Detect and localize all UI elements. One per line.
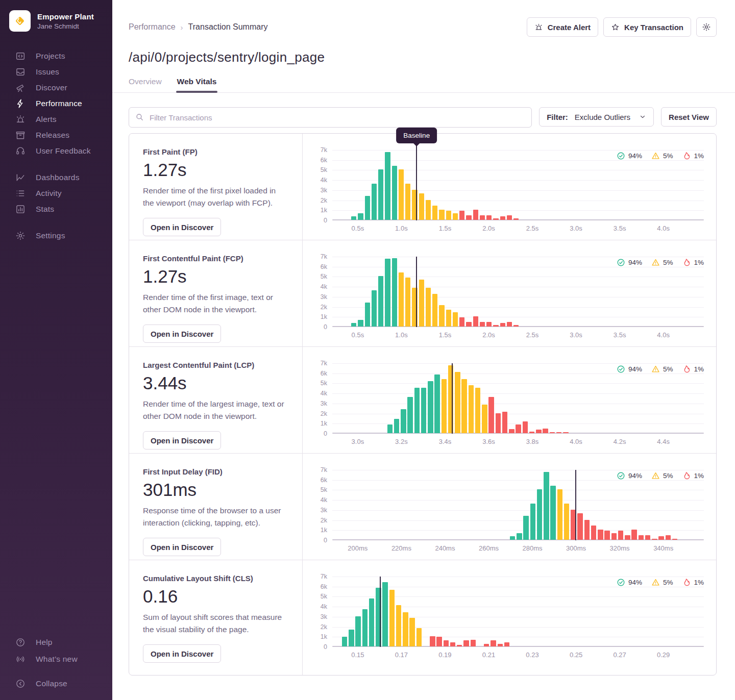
alerts-icon xyxy=(15,114,26,124)
histogram-bar xyxy=(631,530,636,540)
histogram-bar xyxy=(645,535,650,540)
y-tick-label: 7k xyxy=(321,253,327,260)
histogram-bar xyxy=(362,609,368,646)
circle-check-icon xyxy=(617,471,625,480)
tab-web-vitals[interactable]: Web Vitals xyxy=(177,77,217,92)
open-in-discover-button[interactable]: Open in Discover xyxy=(143,431,221,449)
gridline xyxy=(332,363,704,364)
vital-value: 3.44s xyxy=(143,373,288,393)
vital-value: 301ms xyxy=(143,480,288,500)
sidebar-item-label: Performance xyxy=(36,99,82,108)
x-tick-label: 3.6s xyxy=(482,438,495,445)
breadcrumb: Performance › Transaction Summary xyxy=(129,22,268,32)
x-tick-label: 340ms xyxy=(653,544,673,552)
sidebar-item-discover[interactable]: Discover xyxy=(0,80,112,95)
x-tick-label: 0.15 xyxy=(351,651,364,659)
breadcrumb-performance[interactable]: Performance xyxy=(129,22,176,32)
filter-dropdown[interactable]: Filter: Exclude Outliers xyxy=(539,107,654,127)
sidebar-item-performance[interactable]: Performance xyxy=(0,95,112,111)
y-axis: 7k6k5k4k3k2k1k0 xyxy=(312,363,332,434)
help-icon xyxy=(15,637,26,647)
settings-gear-button[interactable] xyxy=(696,17,717,37)
y-tick-label: 5k xyxy=(321,486,327,493)
histogram-plot[interactable]: 94%5%1%0.150.170.190.210.230.250.270.29 xyxy=(332,577,704,647)
histogram-bar xyxy=(523,421,528,433)
key-transaction-button[interactable]: Key Transaction xyxy=(603,17,691,37)
histogram-bar xyxy=(625,535,630,540)
x-tick-label: 1.5s xyxy=(439,331,452,339)
gridline xyxy=(332,470,704,470)
vital-description: Render time of the largest image, text o… xyxy=(143,398,288,422)
y-tick-label: 6k xyxy=(321,263,327,270)
x-tick-label: 220ms xyxy=(391,544,411,552)
sidebar-item-releases[interactable]: Releases xyxy=(0,127,112,143)
search-input[interactable] xyxy=(129,107,532,128)
sidebar-item-label: Discover xyxy=(36,83,67,92)
histogram-plot[interactable]: Baseline94%5%1%0.5s1.0s1.5s2.0s2.5s3.0s3… xyxy=(332,150,704,220)
sidebar-item-settings[interactable]: Settings xyxy=(0,228,112,243)
open-in-discover-button[interactable]: Open in Discover xyxy=(143,324,221,343)
x-tick-label: 0.25 xyxy=(570,651,582,659)
legend-meh: 5% xyxy=(651,258,673,267)
legend-good: 94% xyxy=(617,578,642,587)
sidebar-item-user-feedback[interactable]: User Feedback xyxy=(0,143,112,159)
y-tick-label: 7k xyxy=(321,466,327,473)
circle-check-icon xyxy=(617,365,625,373)
baseline-line xyxy=(380,577,381,647)
x-tick-label: 3.0s xyxy=(570,331,582,339)
open-in-discover-button[interactable]: Open in Discover xyxy=(143,538,221,556)
gridline xyxy=(332,596,704,597)
vital-row: Cumulative Layout Shift (CLS) 0.16 Sum o… xyxy=(129,560,716,675)
open-in-discover-button[interactable]: Open in Discover xyxy=(143,218,221,236)
sidebar-item-label: Activity xyxy=(36,189,62,198)
toolbar: Filter: Exclude Outliers Reset View xyxy=(129,107,717,128)
open-in-discover-button[interactable]: Open in Discover xyxy=(143,644,221,663)
sidebar-item-label: Issues xyxy=(36,67,59,77)
org-switcher[interactable]: Empower Plant Jane Schmidt xyxy=(0,10,112,32)
y-tick-label: 6k xyxy=(321,477,327,484)
collapse-icon xyxy=(15,679,26,689)
histogram-bar xyxy=(564,504,569,540)
y-tick-label: 7k xyxy=(321,146,327,154)
sidebar-item-whats-new[interactable]: What’s new xyxy=(0,651,112,667)
histogram-bar xyxy=(399,169,404,220)
x-tick-label: 260ms xyxy=(479,544,499,552)
sidebar-item-dashboards[interactable]: Dashboards xyxy=(0,169,112,185)
x-tick-label: 0.5s xyxy=(352,331,364,339)
flame-icon xyxy=(682,578,691,587)
histogram-bar xyxy=(378,276,383,327)
projects-icon xyxy=(15,51,26,61)
histogram-bar xyxy=(544,472,549,540)
page-header: Performance › Transaction Summary Create… xyxy=(112,0,735,93)
histogram-bar xyxy=(365,303,370,327)
histogram-bar xyxy=(385,259,390,327)
sidebar-item-activity[interactable]: Activity xyxy=(0,185,112,201)
histogram-plot[interactable]: 94%5%1%0.5s1.0s1.5s2.0s2.5s3.0s3.5s4.0s xyxy=(332,257,704,327)
sidebar-item-alerts[interactable]: Alerts xyxy=(0,111,112,127)
histogram-plot[interactable]: 94%5%1%3.0s3.2s3.4s3.6s3.8s4.0s4.2s4.4s xyxy=(332,363,704,434)
gridline xyxy=(332,490,704,490)
x-tick-label: 0.29 xyxy=(657,651,670,659)
nav-group: Settings xyxy=(0,228,112,243)
circle-check-icon xyxy=(617,258,625,267)
x-tick-label: 0.21 xyxy=(482,651,495,659)
sidebar-item-label: Help xyxy=(36,638,53,647)
histogram-bar xyxy=(355,616,360,646)
reset-view-button[interactable]: Reset View xyxy=(661,107,717,127)
y-tick-label: 0 xyxy=(324,430,327,437)
sidebar-item-projects[interactable]: Projects xyxy=(0,48,112,64)
gridline xyxy=(332,607,704,607)
legend-poor-value: 1% xyxy=(694,152,704,160)
histogram-bar xyxy=(530,504,535,540)
sidebar-item-collapse[interactable]: Collapse xyxy=(0,675,112,692)
sidebar-item-stats[interactable]: Stats xyxy=(0,201,112,217)
histogram-plot[interactable]: 94%5%1%200ms220ms240ms260ms280ms300ms320… xyxy=(332,470,704,540)
tab-overview[interactable]: Overview xyxy=(129,77,162,92)
sidebar-item-help[interactable]: Help xyxy=(0,634,112,651)
create-alert-button[interactable]: Create Alert xyxy=(527,17,598,37)
sidebar-item-issues[interactable]: Issues xyxy=(0,64,112,80)
gridline xyxy=(332,257,704,257)
flame-icon xyxy=(682,365,691,373)
x-tick-label: 1.5s xyxy=(439,224,452,232)
vitals-legend: 94%5%1% xyxy=(617,471,704,480)
